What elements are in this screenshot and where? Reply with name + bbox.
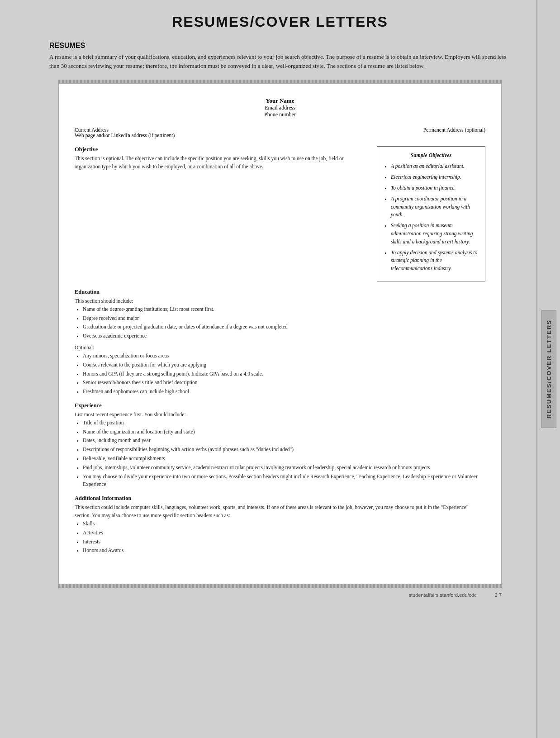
- address-right: Permanent Address (optional): [423, 127, 485, 138]
- experience-list: Title of the position Name of the organi…: [75, 419, 485, 489]
- education-optional-list: Any minors, specialization or focus area…: [75, 352, 485, 396]
- address-left: Current Address Web page and/or LinkedIn…: [75, 127, 175, 138]
- education-intro: This section should include:: [75, 297, 485, 305]
- list-item: Degree received and major: [83, 314, 485, 323]
- main-content: RESUMES/COVER LETTERS RESUMES A resume i…: [31, 0, 529, 614]
- list-item: Graduation date or projected graduation …: [83, 323, 485, 331]
- list-item: Freshmen and sophomores can include high…: [83, 388, 485, 396]
- list-item: Skills: [83, 520, 485, 528]
- resume-header: Your Name Email address Phone number: [75, 97, 485, 118]
- education-optional-label: Optional:: [75, 344, 485, 352]
- list-item: Activities: [83, 529, 485, 537]
- divider-bottom: [58, 584, 502, 588]
- additional-info-title: Additional Information: [75, 495, 485, 502]
- side-tab: RESUMES/COVER LETTERS: [536, 0, 560, 738]
- current-address-label: Current Address: [75, 127, 175, 133]
- list-item: Name of the degree-granting institutions…: [83, 305, 485, 314]
- experience-intro: List most recent experience first. You s…: [75, 411, 485, 419]
- page-footer: studentaffairs.stanford.edu/cdc 2 7: [58, 588, 502, 600]
- list-item: Senior research/honors thesis title and …: [83, 379, 485, 387]
- additional-info-section: Additional Information This section coul…: [75, 495, 485, 555]
- education-title: Education: [75, 289, 485, 295]
- objective-main: Objective This section is optional. The …: [75, 146, 369, 281]
- list-item: Name of the organization and location (c…: [83, 428, 485, 436]
- list-item: Overseas academic experience: [83, 332, 485, 340]
- footer-page: 2 7: [495, 592, 502, 598]
- resumes-intro: A resume is a brief summary of your qual…: [49, 52, 511, 71]
- list-item: Dates, including month and year: [83, 437, 485, 445]
- list-item: To apply decision and systems analysis t…: [391, 249, 479, 273]
- education-required-list: Name of the degree-granting institutions…: [75, 305, 485, 340]
- document-area: Your Name Email address Phone number Cur…: [58, 83, 502, 584]
- list-item: Interests: [83, 538, 485, 546]
- list-item: Paid jobs, internships, volunteer commun…: [83, 464, 485, 472]
- list-item: Believable, verifiable accomplishments: [83, 455, 485, 463]
- objective-text: This section is optional. The objective …: [75, 155, 369, 171]
- resumes-heading: RESUMES: [49, 42, 511, 50]
- experience-title: Experience: [75, 402, 485, 409]
- objective-area: Objective This section is optional. The …: [75, 146, 485, 281]
- list-item: You may choose to divide your experience…: [83, 473, 485, 489]
- page-wrapper: RESUMES/COVER LETTERS RESUMES/COVER LETT…: [0, 0, 560, 738]
- list-item: Seeking a position in museum administrat…: [391, 222, 479, 246]
- list-item: To obtain a position in finance.: [391, 184, 479, 192]
- resume-name: Your Name: [75, 97, 485, 105]
- permanent-address-label: Permanent Address (optional): [423, 127, 485, 133]
- list-item: Any minors, specialization or focus area…: [83, 352, 485, 360]
- footer-url: studentaffairs.stanford.edu/cdc: [408, 592, 476, 598]
- objective-title: Objective: [75, 146, 369, 153]
- page-title: RESUMES/COVER LETTERS: [49, 14, 511, 30]
- list-item: Honors and Awards: [83, 547, 485, 555]
- additional-info-list: Skills Activities Interests Honors and A…: [75, 520, 485, 555]
- list-item: A position as an editorial assistant.: [391, 162, 479, 171]
- address-row: Current Address Web page and/or LinkedIn…: [75, 127, 485, 138]
- current-address-sub: Web page and/or LinkedIn address (if per…: [75, 133, 175, 138]
- sample-objectives-list: A position as an editorial assistant. El…: [384, 162, 479, 273]
- sample-objectives-box: Sample Objectives A position as an edito…: [377, 146, 485, 281]
- divider-top: [58, 80, 502, 83]
- sample-objectives-title: Sample Objectives: [384, 152, 479, 159]
- resume-phone: Phone number: [75, 111, 485, 118]
- resume-email: Email address: [75, 105, 485, 111]
- list-item: Title of the position: [83, 419, 485, 427]
- list-item: Honors and GPA (if they are a strong sel…: [83, 370, 485, 378]
- list-item: Courses relevant to the position for whi…: [83, 361, 485, 369]
- side-tab-label: RESUMES/COVER LETTERS: [541, 310, 556, 428]
- experience-section: Experience List most recent experience f…: [75, 402, 485, 489]
- list-item: Descriptions of responsibilities beginni…: [83, 446, 485, 454]
- education-section: Education This section should include: N…: [75, 289, 485, 396]
- list-item: A program coordinator position in a comm…: [391, 195, 479, 219]
- additional-info-text: This section could include computer skil…: [75, 504, 485, 520]
- list-item: Electrical engineering internship.: [391, 173, 479, 181]
